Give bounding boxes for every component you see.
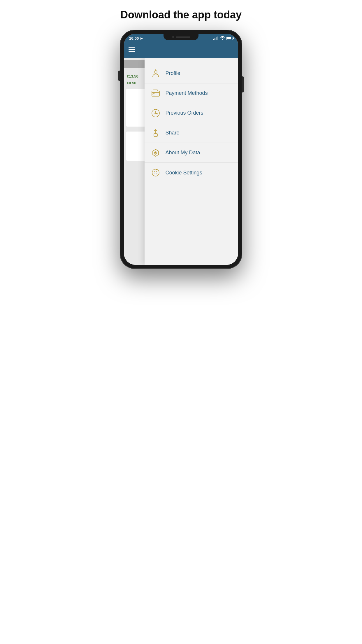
menu-label-cookie: Cookie Settings [166, 170, 202, 176]
menu-label-data: About My Data [166, 150, 200, 156]
menu-item-cookie[interactable]: Cookie Settings [145, 163, 238, 183]
svg-point-19 [156, 174, 157, 174]
svg-rect-11 [154, 134, 157, 136]
svg-point-14 [155, 152, 156, 153]
status-time: 16:00 ▶ [129, 36, 143, 41]
svg-point-20 [154, 174, 155, 174]
menu-item-payment[interactable]: Payment Methods [145, 83, 238, 103]
camera-notch [164, 34, 198, 40]
share-icon [150, 128, 161, 138]
menu-item-share[interactable]: Share [145, 123, 238, 143]
menu-label-payment: Payment Methods [166, 90, 208, 96]
svg-rect-4 [152, 91, 159, 96]
menu-label-share: Share [166, 130, 180, 136]
svg-rect-0 [129, 47, 135, 48]
svg-point-17 [154, 172, 155, 172]
wifi-icon [220, 36, 225, 41]
speaker-grille [176, 36, 190, 38]
svg-rect-5 [153, 94, 155, 95]
content-area: €13.50 €0.50 [124, 58, 238, 265]
hamburger-menu-icon[interactable] [129, 47, 135, 54]
phone-frame: 16:00 ▶ [120, 30, 242, 269]
location-arrow-icon: ▶ [140, 37, 143, 40]
svg-point-18 [156, 171, 157, 172]
svg-point-3 [154, 71, 157, 74]
battery-icon [226, 37, 233, 40]
menu-label-profile: Profile [166, 70, 180, 76]
menu-item-data[interactable]: About My Data [145, 143, 238, 163]
app-header [124, 43, 238, 58]
signal-icon [213, 36, 218, 40]
page-heading: Download the app today [120, 9, 242, 21]
data-icon [150, 148, 161, 158]
wallet-icon [150, 88, 161, 99]
svg-rect-1 [129, 49, 135, 50]
svg-rect-2 [129, 51, 135, 52]
cookie-icon [150, 167, 161, 178]
phone-screen: 16:00 ▶ [124, 34, 238, 265]
status-icons [213, 36, 233, 41]
drawer-empty-space [145, 183, 238, 265]
profile-icon [150, 68, 161, 79]
svg-point-16 [152, 169, 159, 176]
menu-label-orders: Previous Orders [166, 110, 203, 116]
menu-item-orders[interactable]: Previous Orders [145, 103, 238, 123]
menu-item-profile[interactable]: Profile [145, 64, 238, 83]
camera-lens [172, 36, 174, 38]
side-drawer: Profile Payment Methods [145, 58, 238, 265]
orders-icon [150, 108, 161, 118]
